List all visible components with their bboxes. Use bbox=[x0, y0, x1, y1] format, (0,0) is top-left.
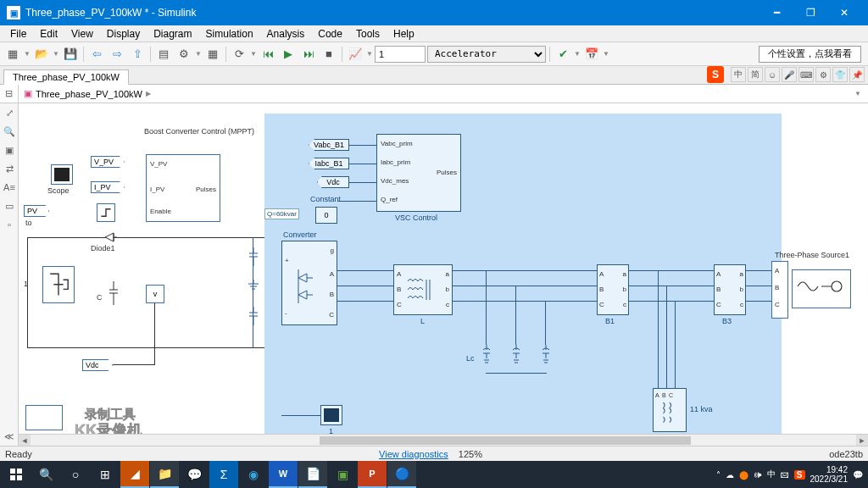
breadcrumb-dropdown[interactable]: ▼ bbox=[854, 90, 861, 97]
open-button[interactable]: 📂 bbox=[32, 45, 51, 64]
from-iabc-b1[interactable]: Iabc_B1 bbox=[309, 158, 349, 169]
canvas[interactable]: V_PV I_PV Enable Pulses Boost Converter … bbox=[19, 103, 868, 446]
run-button[interactable]: ▶ bbox=[279, 45, 298, 64]
ime-pin[interactable]: 📌 bbox=[849, 67, 865, 82]
app-taskbar-icon[interactable]: ▣ bbox=[328, 461, 357, 488]
menu-file[interactable]: File bbox=[3, 26, 33, 42]
from-vdc[interactable]: Vdc bbox=[317, 176, 349, 188]
close-button[interactable]: ✕ bbox=[827, 0, 861, 25]
capacitor-block[interactable] bbox=[108, 281, 120, 308]
refresh-button[interactable]: ⟳ bbox=[230, 45, 248, 64]
back-button[interactable]: ⇦ bbox=[87, 45, 106, 64]
ime-simp[interactable]: 简 bbox=[748, 67, 763, 82]
constant-block[interactable]: 0 bbox=[315, 207, 337, 224]
step-fwd-button[interactable]: ⏭ bbox=[299, 45, 318, 64]
scroll-right-arrow[interactable]: ► bbox=[856, 435, 868, 446]
verter-partial-block[interactable] bbox=[25, 405, 63, 430]
from-vabc-b1[interactable]: Vabc_B1 bbox=[309, 139, 349, 151]
ime-voice[interactable]: 🎤 bbox=[782, 67, 797, 82]
cortana-button[interactable]: ○ bbox=[61, 461, 90, 488]
ppt-taskbar-icon[interactable]: P bbox=[358, 461, 387, 488]
stop-button[interactable]: ■ bbox=[320, 45, 338, 64]
model-tab[interactable]: Three_phase_PV_100kW bbox=[3, 69, 129, 85]
tray-battery-icon[interactable]: 🖂 bbox=[781, 470, 789, 480]
scroll-left-arrow[interactable]: ◄ bbox=[19, 435, 31, 446]
zoom-level[interactable]: 125% bbox=[459, 449, 482, 459]
up-button[interactable]: ⇧ bbox=[128, 45, 147, 64]
goto-vdc[interactable]: Vdc bbox=[82, 359, 113, 371]
goto-vpv[interactable]: V_PV bbox=[91, 156, 125, 168]
vsc-control-block[interactable]: Vabc_prim Iabc_prim Vdc_mes Q_ref Pulses bbox=[376, 134, 461, 212]
cap-bot[interactable] bbox=[248, 307, 259, 329]
b3-block[interactable]: A B C a b c bbox=[714, 264, 746, 315]
source-symbol-block[interactable] bbox=[792, 269, 851, 308]
menu-display[interactable]: Display bbox=[100, 26, 147, 42]
tray-onedrive-icon[interactable]: ☁ bbox=[726, 470, 734, 480]
start-button[interactable] bbox=[2, 461, 31, 488]
menu-edit[interactable]: Edit bbox=[33, 26, 64, 42]
menu-tools[interactable]: Tools bbox=[349, 26, 387, 42]
tray-ime-icon[interactable]: 中 bbox=[767, 469, 776, 480]
breadcrumb-model[interactable]: Three_phase_PV_100kW bbox=[36, 89, 142, 99]
view-diagnostics-link[interactable]: View diagnostics bbox=[379, 449, 448, 459]
new-button[interactable]: ▦ bbox=[3, 45, 22, 64]
sigma-taskbar-icon[interactable]: Σ bbox=[209, 461, 238, 488]
menu-diagram[interactable]: Diagram bbox=[147, 26, 198, 42]
goto-ipv[interactable]: I_PV bbox=[91, 181, 125, 193]
menu-simulation[interactable]: Simulation bbox=[199, 26, 260, 42]
zoom-in-button[interactable]: 🔍 bbox=[0, 122, 19, 141]
tray-wps-icon[interactable]: ⬤ bbox=[739, 470, 748, 480]
area-button[interactable]: ▭ bbox=[0, 197, 19, 215]
from-pv[interactable]: PV bbox=[24, 205, 49, 217]
ime-lang[interactable]: 中 bbox=[731, 67, 746, 82]
personalize-button[interactable]: 个性设置，点我看看 bbox=[759, 46, 861, 63]
cap-top[interactable] bbox=[248, 247, 259, 269]
schedule-button[interactable]: 📅 bbox=[582, 45, 601, 64]
ime-settings[interactable]: ⚙ bbox=[815, 67, 831, 82]
tray-clock[interactable]: 19:42 2022/3/21 bbox=[810, 465, 849, 484]
igbt-block[interactable] bbox=[42, 266, 75, 303]
step-back-button[interactable]: ⏮ bbox=[259, 45, 277, 64]
maximize-button[interactable]: ❐ bbox=[793, 0, 827, 25]
hide-browser-button[interactable]: ⊟ bbox=[0, 85, 19, 103]
caj-taskbar-icon[interactable]: 📄 bbox=[298, 461, 327, 488]
toggle-sample-button[interactable]: ⇄ bbox=[0, 159, 19, 178]
sim-mode-select[interactable]: Accelerator bbox=[427, 46, 546, 63]
stop-time-input[interactable] bbox=[375, 46, 426, 63]
word-taskbar-icon[interactable]: W bbox=[269, 461, 298, 488]
horizontal-scrollbar[interactable]: ◄ ► bbox=[19, 434, 868, 446]
minimize-button[interactable]: ━ bbox=[760, 0, 793, 25]
library-button[interactable]: ▤ bbox=[154, 45, 173, 64]
data-inspector-button[interactable]: 📈 bbox=[346, 45, 364, 64]
tray-sogou-icon[interactable]: S bbox=[794, 470, 805, 480]
scope2-block[interactable] bbox=[320, 405, 342, 425]
scope-block[interactable] bbox=[51, 164, 73, 185]
ime-emoji[interactable]: ☺ bbox=[765, 67, 780, 82]
check-button[interactable]: ✔ bbox=[554, 45, 572, 64]
menu-analysis[interactable]: Analysis bbox=[260, 26, 312, 42]
step-block[interactable] bbox=[97, 203, 115, 222]
tray-network-icon[interactable]: 🕪 bbox=[754, 470, 762, 480]
scroll-left-button[interactable]: ≪ bbox=[0, 427, 19, 446]
menu-help[interactable]: Help bbox=[387, 26, 421, 42]
menu-view[interactable]: View bbox=[64, 26, 100, 42]
recorder-taskbar-icon[interactable]: 🔵 bbox=[387, 461, 416, 488]
boost-converter-block[interactable]: V_PV I_PV Enable Pulses bbox=[146, 154, 220, 222]
l-filter-block[interactable]: A B C a b c bbox=[393, 264, 453, 315]
three-phase-source-block[interactable]: A B C bbox=[771, 261, 788, 319]
lc-cap-a[interactable] bbox=[481, 345, 492, 374]
voltage-meas-block[interactable]: v bbox=[146, 285, 164, 303]
annotation-button[interactable]: A≡ bbox=[0, 178, 19, 197]
notifications-button[interactable]: 💬 bbox=[853, 470, 863, 480]
q-annotation[interactable]: Q=60kvar bbox=[264, 208, 299, 219]
image-button[interactable]: ▫ bbox=[0, 215, 19, 234]
ground-icon[interactable] bbox=[246, 280, 261, 295]
scroll-thumb[interactable] bbox=[320, 436, 691, 445]
lc-cap-b[interactable] bbox=[510, 345, 522, 374]
wechat-taskbar-icon[interactable]: 💬 bbox=[180, 461, 209, 488]
edge-taskbar-icon[interactable]: ◉ bbox=[239, 461, 268, 488]
diode-icon[interactable] bbox=[103, 231, 119, 247]
search-button[interactable]: 🔍 bbox=[31, 461, 60, 488]
ime-keyboard[interactable]: ⌨ bbox=[798, 67, 814, 82]
fit-view-button[interactable]: ▣ bbox=[0, 141, 19, 159]
